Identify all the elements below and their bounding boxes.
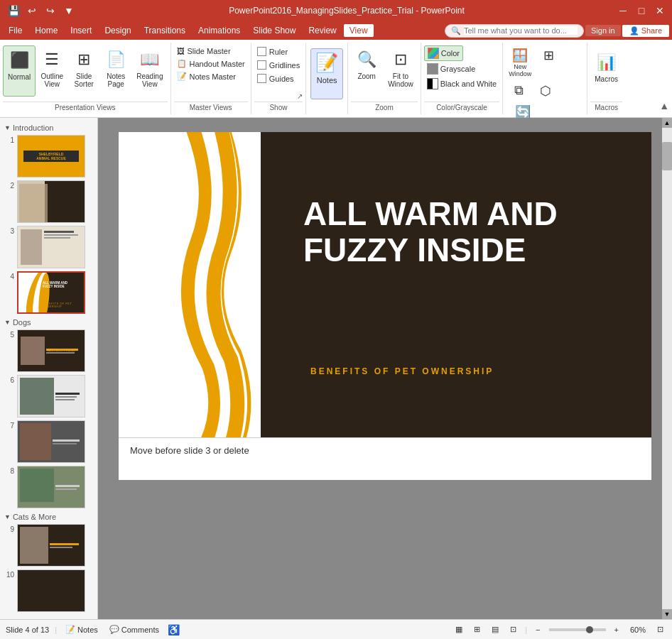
slide-panel: ▼ Introduction 1 SHELBYFIELDANIMAL RESCU… xyxy=(0,118,98,619)
reading-view-label: ReadingView xyxy=(136,72,163,88)
menu-insert[interactable]: Insert xyxy=(65,24,97,37)
section-dogs[interactable]: ▼ Dogs xyxy=(3,315,94,328)
restore-button[interactable]: □ xyxy=(635,5,648,16)
ruler-checkbox[interactable]: Ruler xyxy=(254,45,291,58)
zoom-plus-button[interactable]: + xyxy=(612,624,622,635)
title-bar-left: 💾 ↩ ↪ ▼ xyxy=(6,3,77,18)
menu-animations[interactable]: Animations xyxy=(193,24,246,37)
zoom-plus-icon: + xyxy=(614,626,619,634)
slide-item-2[interactable]: 2 xyxy=(3,179,94,224)
notes-master-button[interactable]: 📝 Notes Master xyxy=(174,70,239,82)
gridlines-checkbox[interactable]: Gridlines xyxy=(254,59,303,71)
grayscale-label: Grayscale xyxy=(440,65,476,73)
zoom-slider[interactable] xyxy=(549,628,606,631)
presenter-view-button[interactable]: ⊡ xyxy=(507,623,519,635)
grayscale-button[interactable]: Grayscale xyxy=(424,62,479,76)
macros-label: Macros xyxy=(595,75,618,83)
bw-swatch xyxy=(427,78,438,89)
slide-item-6[interactable]: 6 xyxy=(3,373,94,419)
slide-item-8[interactable]: 8 xyxy=(3,464,94,510)
macros-button[interactable]: 📊 Macros xyxy=(590,48,622,99)
slide-item-1[interactable]: 1 SHELBYFIELDANIMAL RESCUE xyxy=(3,133,94,179)
notes-group: 📝 Notes Notes xyxy=(306,43,348,114)
notes-ribbon-icon: 📝 xyxy=(315,52,338,75)
notes-page-label: NotesPage xyxy=(107,72,125,88)
arrange-all-button[interactable]: ⊞ xyxy=(536,45,561,65)
sign-in-button[interactable]: Sign in xyxy=(585,25,621,36)
minimize-button[interactable]: ─ xyxy=(617,5,629,16)
black-white-button[interactable]: Black and White xyxy=(424,77,499,91)
slide-item-5[interactable]: 5 MAN'S BEST FRIEND xyxy=(3,328,94,373)
accessibility-icon[interactable]: ♿ xyxy=(168,624,180,635)
zoom-button[interactable]: 🔍 Zoom xyxy=(351,45,382,97)
main-scrollbar[interactable]: ▲ ▼ xyxy=(662,118,672,619)
zoom-level-display[interactable]: 60% xyxy=(627,624,649,635)
color-button[interactable]: Color xyxy=(424,45,463,61)
normal-view-button[interactable]: ⬛ Normal xyxy=(3,45,36,97)
menu-transitions[interactable]: Transitions xyxy=(139,24,191,37)
handout-master-button[interactable]: 📋 Handout Master xyxy=(174,58,248,70)
slide-info: Slide 4 of 13 xyxy=(6,626,49,634)
mv-content: 🖼 Slide Master 📋 Handout Master 📝 Notes … xyxy=(174,44,248,113)
view-normal-button[interactable]: ▦ xyxy=(452,623,465,635)
fit-to-window-button[interactable]: ⊡ Fit toWindow xyxy=(384,45,418,97)
notes-view-button[interactable]: 📝 Notes xyxy=(310,48,343,99)
move-split-button[interactable]: ⬡ xyxy=(533,81,558,101)
slide-thumb-10 xyxy=(17,569,85,612)
slide-item-9[interactable]: 9 xyxy=(3,523,94,568)
slide-canvas: ALL WARM AND FUZZY INSIDE BENEFITS OF PE… xyxy=(119,132,651,437)
slide-num-7: 7 xyxy=(4,420,14,430)
section-cats-label: Cats & More xyxy=(13,513,56,521)
scroll-up-button[interactable]: ▲ xyxy=(662,118,672,128)
cascade-button[interactable]: ⧉ xyxy=(506,81,531,100)
zoom-minus-button[interactable]: − xyxy=(533,624,543,635)
view-sorter-button[interactable]: ⊞ xyxy=(471,623,483,635)
slide-item-10[interactable]: 10 xyxy=(3,568,94,613)
view-reading-button[interactable]: ▤ xyxy=(489,623,502,635)
slide-item-4[interactable]: 4 ALL WARM ANDFUZZY INSIDE BENEFITS OF P… xyxy=(3,270,94,315)
menu-design[interactable]: Design xyxy=(99,24,136,37)
slide-item-7[interactable]: 7 xyxy=(3,419,94,464)
notes-page-button[interactable]: 📄 NotesPage xyxy=(100,45,131,97)
view-sorter-icon: ⊞ xyxy=(474,625,480,634)
menu-view[interactable]: View xyxy=(344,24,374,37)
status-comments-button[interactable]: 💬 Comments xyxy=(107,623,162,635)
normal-label: Normal xyxy=(8,73,31,81)
slide-subtitle: BENEFITS OF PET OWNERSHIP xyxy=(310,366,637,376)
mv-buttons: 🖼 Slide Master 📋 Handout Master 📝 Notes … xyxy=(174,45,248,102)
search-input[interactable] xyxy=(464,26,578,35)
new-window-button[interactable]: 🪟 NewWindow xyxy=(506,45,534,80)
reading-view-button[interactable]: 📖 ReadingView xyxy=(132,45,167,97)
show-items: Ruler Gridlines Guides xyxy=(254,45,303,92)
section-introduction[interactable]: ▼ Introduction xyxy=(3,121,94,133)
status-notes-button[interactable]: 📝 Notes xyxy=(63,623,101,635)
scroll-thumb[interactable] xyxy=(662,142,672,170)
customize-qa-icon[interactable]: ▼ xyxy=(61,3,77,18)
zoom-thumb[interactable] xyxy=(586,626,593,633)
close-button[interactable]: ✕ xyxy=(654,5,666,16)
tell-me-search[interactable]: 🔍 xyxy=(445,24,584,38)
scroll-more-button[interactable]: ▼ xyxy=(662,609,672,619)
outline-view-button[interactable]: ☰ OutlineView xyxy=(36,45,67,97)
slide-sorter-button[interactable]: ⊞ SlideSorter xyxy=(68,45,99,97)
menu-file[interactable]: File xyxy=(3,24,28,37)
zoom-fit-button[interactable]: ⊡ xyxy=(654,623,666,635)
section-cats[interactable]: ▼ Cats & More xyxy=(3,510,94,523)
slide-master-button[interactable]: 🖼 Slide Master xyxy=(174,45,234,57)
status-right: ▦ ⊞ ▤ ⊡ | − + 60% ⊡ xyxy=(452,623,666,635)
slide-num-5: 5 xyxy=(4,329,14,339)
show-expand-icon[interactable]: ↗ xyxy=(297,92,303,100)
menu-home[interactable]: Home xyxy=(29,24,63,37)
guides-checkbox[interactable]: Guides xyxy=(254,72,297,84)
slide-item-3[interactable]: 3 xyxy=(3,224,94,270)
share-button[interactable]: 👤 Share xyxy=(622,25,669,37)
reading-view-icon: 📖 xyxy=(139,48,161,71)
undo-icon[interactable]: ↩ xyxy=(24,3,40,18)
redo-icon[interactable]: ↪ xyxy=(43,3,58,18)
notes-text-area[interactable]: Move before slide 3 or delete xyxy=(119,437,651,480)
presenter-icon: ⊡ xyxy=(510,625,516,634)
menu-review[interactable]: Review xyxy=(303,24,342,37)
save-icon[interactable]: 💾 xyxy=(6,3,21,18)
collapse-ribbon-button[interactable]: ▲ xyxy=(656,43,672,114)
menu-slideshow[interactable]: Slide Show xyxy=(247,24,301,37)
